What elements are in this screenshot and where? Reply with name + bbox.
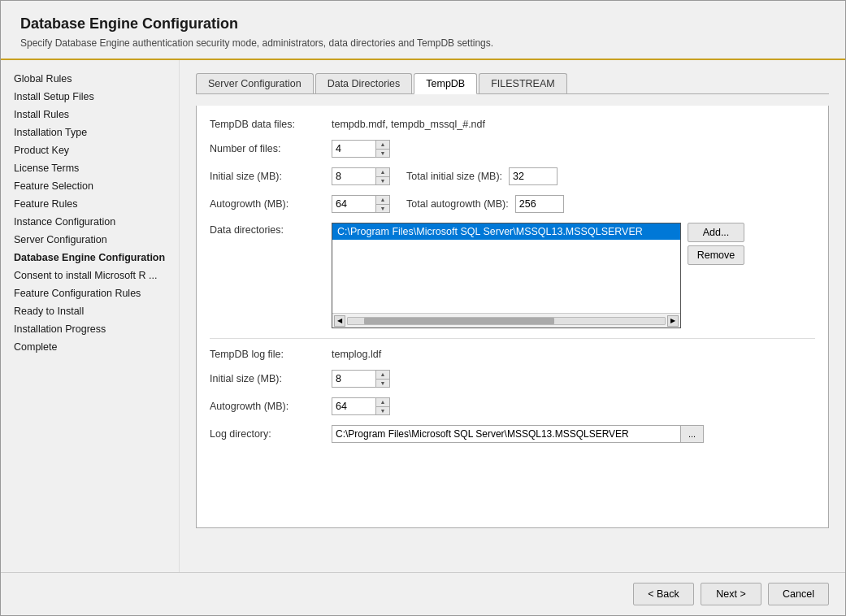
- scroll-left-btn[interactable]: ◀: [334, 315, 345, 327]
- log-dir-label: Log directory:: [210, 428, 332, 440]
- initial-size-down-btn[interactable]: ▼: [376, 176, 389, 184]
- cancel-button[interactable]: Cancel: [768, 583, 829, 605]
- main-window: Database Engine Configuration Specify Da…: [0, 0, 846, 616]
- scroll-thumb: [364, 318, 554, 324]
- sidebar-item-consent-r[interactable]: Consent to install Microsoft R ...: [1, 267, 179, 284]
- page-title: Database Engine Configuration: [20, 15, 826, 33]
- data-files-row: TempDB data files: tempdb.mdf, tempdb_ms…: [210, 119, 815, 130]
- total-initial-label: Total initial size (MB):: [406, 171, 502, 182]
- log-autogrowth-spinner-buttons: ▲ ▼: [376, 397, 390, 415]
- data-dirs-actions: Add... Remove: [688, 223, 744, 265]
- sidebar-item-install-rules[interactable]: Install Rules: [1, 106, 179, 124]
- data-dirs-scrollbar[interactable]: ◀ ▶: [332, 313, 680, 328]
- log-autogrowth-label: Autogrowth (MB):: [210, 401, 332, 412]
- scroll-track: [347, 317, 666, 325]
- autogrowth-down-btn[interactable]: ▼: [376, 204, 389, 212]
- next-button[interactable]: Next >: [701, 583, 761, 605]
- content-area: Global Rules Install Setup Files Install…: [1, 60, 845, 572]
- log-initial-spinner-buttons: ▲ ▼: [376, 370, 390, 388]
- sidebar-item-db-engine-config[interactable]: Database Engine Configuration: [1, 249, 179, 267]
- log-initial-size-label: Initial size (MB):: [210, 373, 332, 384]
- sidebar-item-feature-rules[interactable]: Feature Rules: [1, 195, 179, 213]
- log-file-label: TempDB log file:: [210, 349, 332, 360]
- log-initial-size-spinner: ▲ ▼: [332, 370, 390, 388]
- num-files-input[interactable]: [332, 140, 376, 158]
- autogrowth-spinner-buttons: ▲ ▼: [376, 195, 390, 213]
- sidebar: Global Rules Install Setup Files Install…: [1, 60, 180, 572]
- log-autogrowth-row: Autogrowth (MB): ▲ ▼: [210, 397, 815, 415]
- data-dirs-listbox[interactable]: C:\Program Files\Microsoft SQL Server\MS…: [332, 223, 681, 328]
- sidebar-item-global-rules[interactable]: Global Rules: [1, 70, 179, 88]
- page-subtitle: Specify Database Engine authentication s…: [20, 37, 826, 49]
- num-files-label: Number of files:: [210, 143, 332, 154]
- log-autogrowth-spinner: ▲ ▼: [332, 397, 390, 415]
- back-button[interactable]: < Back: [633, 583, 694, 605]
- num-files-down-btn[interactable]: ▼: [376, 149, 389, 157]
- log-dir-group: ...: [332, 425, 704, 443]
- log-autogrowth-up-btn[interactable]: ▲: [376, 398, 389, 406]
- sidebar-item-install-progress[interactable]: Installation Progress: [1, 320, 179, 338]
- sidebar-item-install-setup[interactable]: Install Setup Files: [1, 88, 179, 106]
- log-autogrowth-input[interactable]: [332, 397, 376, 415]
- sidebar-item-product-key[interactable]: Product Key: [1, 141, 179, 159]
- data-dir-item-0[interactable]: C:\Program Files\Microsoft SQL Server\MS…: [332, 223, 680, 240]
- log-dir-row: Log directory: ...: [210, 425, 815, 443]
- log-file-row: TempDB log file: templog.ldf: [210, 349, 815, 360]
- log-initial-down-btn[interactable]: ▼: [376, 379, 389, 387]
- tab-content-tempdb: TempDB data files: tempdb.mdf, tempdb_ms…: [196, 106, 829, 528]
- sidebar-item-ready-to-install[interactable]: Ready to Install: [1, 302, 179, 320]
- sidebar-item-license-terms[interactable]: License Terms: [1, 159, 179, 177]
- sidebar-item-instance-config[interactable]: Instance Configuration: [1, 213, 179, 231]
- tab-server-configuration[interactable]: Server Configuration: [196, 73, 314, 93]
- total-autogrowth-label: Total autogrowth (MB):: [406, 198, 509, 210]
- sidebar-item-server-config[interactable]: Server Configuration: [1, 231, 179, 249]
- log-file-value: templog.ldf: [332, 349, 381, 360]
- num-files-spinner-buttons: ▲ ▼: [376, 140, 390, 158]
- autogrowth-input[interactable]: [332, 195, 376, 213]
- tab-tempdb[interactable]: TempDB: [414, 73, 477, 94]
- section-divider: [210, 338, 815, 339]
- sidebar-item-feature-config-rules[interactable]: Feature Configuration Rules: [1, 284, 179, 302]
- header: Database Engine Configuration Specify Da…: [1, 1, 845, 60]
- log-dir-input[interactable]: [332, 425, 681, 443]
- total-autogrowth-input[interactable]: [515, 195, 564, 213]
- footer: < Back Next > Cancel: [1, 572, 845, 615]
- tab-bar: Server Configuration Data Directories Te…: [196, 73, 829, 94]
- log-autogrowth-down-btn[interactable]: ▼: [376, 406, 389, 414]
- autogrowth-spinner: ▲ ▼: [332, 195, 390, 213]
- add-dir-button[interactable]: Add...: [688, 223, 744, 242]
- data-dirs-container: C:\Program Files\Microsoft SQL Server\MS…: [332, 223, 681, 328]
- log-dir-browse-button[interactable]: ...: [681, 425, 704, 443]
- data-files-value: tempdb.mdf, tempdb_mssql_#.ndf: [332, 119, 485, 130]
- autogrowth-row: Autogrowth (MB): ▲ ▼ Total autogrowth (M…: [210, 195, 815, 213]
- scroll-right-btn[interactable]: ▶: [667, 315, 679, 327]
- initial-size-label: Initial size (MB):: [210, 171, 332, 182]
- tab-data-directories[interactable]: Data Directories: [315, 73, 413, 93]
- sidebar-item-complete[interactable]: Complete: [1, 338, 179, 356]
- initial-size-up-btn[interactable]: ▲: [376, 168, 389, 176]
- autogrowth-up-btn[interactable]: ▲: [376, 196, 389, 204]
- data-dirs-label: Data directories:: [210, 223, 332, 236]
- initial-size-row: Initial size (MB): ▲ ▼ Total initial siz…: [210, 167, 815, 185]
- initial-size-spinner: ▲ ▼: [332, 167, 390, 185]
- tab-filestream[interactable]: FILESTREAM: [479, 73, 567, 93]
- num-files-up-btn[interactable]: ▲: [376, 141, 389, 149]
- initial-size-spinner-buttons: ▲ ▼: [376, 167, 390, 185]
- data-directories-row: Data directories: C:\Program Files\Micro…: [210, 223, 815, 328]
- num-files-spinner: ▲ ▼: [332, 140, 390, 158]
- initial-size-input[interactable]: [332, 167, 376, 185]
- remove-dir-button[interactable]: Remove: [688, 245, 744, 265]
- log-initial-size-input[interactable]: [332, 370, 376, 388]
- num-files-row: Number of files: ▲ ▼: [210, 140, 815, 158]
- sidebar-item-installation-type[interactable]: Installation Type: [1, 124, 179, 141]
- total-initial-input[interactable]: [509, 167, 557, 185]
- data-files-label: TempDB data files:: [210, 119, 332, 130]
- autogrowth-label: Autogrowth (MB):: [210, 198, 332, 210]
- sidebar-item-feature-selection[interactable]: Feature Selection: [1, 177, 179, 195]
- log-initial-size-row: Initial size (MB): ▲ ▼: [210, 370, 815, 388]
- main-panel: Server Configuration Data Directories Te…: [180, 60, 845, 572]
- log-initial-up-btn[interactable]: ▲: [376, 371, 389, 379]
